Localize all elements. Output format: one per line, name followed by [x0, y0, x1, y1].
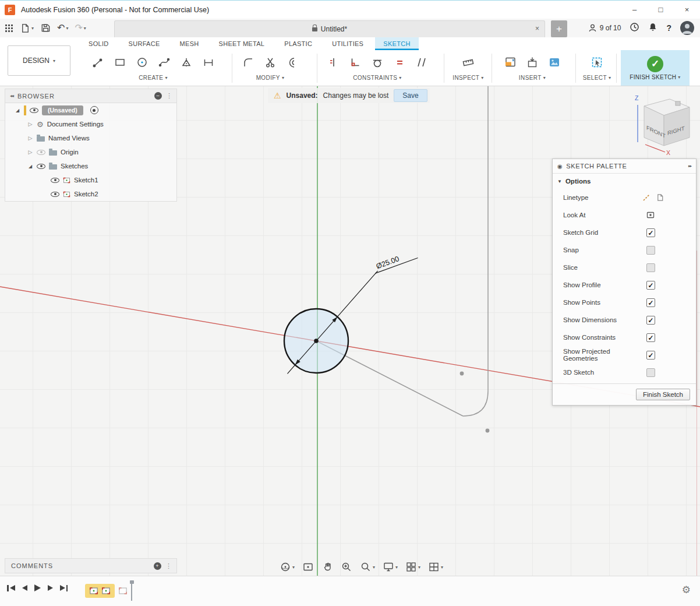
collapse-panel-icon[interactable]: ◂◂ — [10, 93, 13, 98]
tree-item-label[interactable]: Document Settings — [47, 121, 104, 128]
pan-tool[interactable] — [321, 561, 333, 573]
panel-drag-handle[interactable]: ⋮ — [165, 562, 172, 570]
timeline-step-back-button[interactable] — [22, 585, 27, 591]
fit-tool[interactable]: ▾ — [360, 561, 375, 573]
create-dropdown[interactable]: CREATE▾ — [139, 75, 168, 81]
constraint-coincident-icon[interactable] — [344, 52, 366, 72]
minimize-button[interactable]: – — [621, 1, 648, 19]
timeline-settings-gear-icon[interactable]: ⚙ — [682, 584, 691, 596]
tree-item-label[interactable]: Origin — [61, 149, 79, 156]
constraint-parallel-icon[interactable] — [411, 52, 433, 72]
tab-sketch[interactable]: SKETCH — [375, 37, 418, 50]
show-points-checkbox[interactable]: ✓ — [646, 298, 655, 307]
panel-drag-handle[interactable]: ⋮ — [166, 92, 173, 100]
tree-row-sketch2[interactable]: Sketch2 — [5, 187, 176, 201]
timeline-play-button[interactable] — [34, 584, 41, 591]
sketch-point[interactable] — [486, 429, 490, 433]
create-spline-icon[interactable] — [153, 52, 175, 72]
look-at-tool[interactable] — [302, 561, 314, 573]
create-rectangle-icon[interactable] — [109, 52, 131, 72]
timeline-sketch1-icon[interactable] — [89, 586, 98, 596]
origin-point[interactable] — [314, 339, 319, 343]
inspect-dropdown[interactable]: INSPECT▾ — [452, 75, 484, 81]
insert-dropdown[interactable]: INSERT▾ — [519, 75, 546, 81]
expander-icon[interactable]: ◢ — [15, 108, 20, 113]
linetype-construction-icon[interactable] — [642, 193, 651, 202]
constraint-equal-icon[interactable] — [388, 52, 411, 72]
visibility-eye-icon[interactable] — [30, 108, 38, 113]
tab-sheet-metal[interactable]: SHEET METAL — [211, 37, 273, 50]
tree-row-root[interactable]: ◢ (Unsaved) — [5, 103, 176, 117]
constraint-vertical-icon[interactable] — [322, 52, 344, 72]
select-dropdown[interactable]: SELECT▾ — [583, 75, 611, 81]
tree-row-named-views[interactable]: ▷ Named Views — [5, 131, 176, 145]
tab-surface[interactable]: SURFACE — [121, 37, 168, 50]
tree-row-document-settings[interactable]: ▷ ⚙ Document Settings — [5, 117, 176, 131]
close-button[interactable]: × — [674, 1, 700, 19]
look-at-icon[interactable] — [646, 210, 655, 220]
timeline-playhead[interactable] — [131, 581, 132, 601]
app-grid-icon[interactable] — [5, 24, 13, 33]
notifications-bell-icon[interactable] — [648, 22, 657, 34]
sketch-grid-checkbox[interactable]: ✓ — [646, 228, 655, 237]
display-settings-tool[interactable]: ▾ — [383, 561, 398, 573]
tree-item-label[interactable]: Named Views — [48, 135, 90, 142]
insert-canvas-image-icon[interactable] — [543, 52, 565, 72]
save-document-button[interactable]: Save — [394, 89, 427, 102]
modify-dropdown[interactable]: MODIFY▾ — [256, 75, 285, 81]
root-document-label[interactable]: (Unsaved) — [42, 105, 83, 115]
timeline-skip-start-button[interactable] — [7, 585, 15, 591]
insert-derive-icon[interactable] — [521, 52, 543, 72]
tree-row-sketches[interactable]: ◢ Sketches — [5, 159, 176, 173]
dimension-label-group[interactable]: Ø25.00 — [372, 249, 418, 274]
slice-checkbox[interactable] — [646, 263, 655, 272]
linetype-reference-icon[interactable] — [656, 193, 664, 202]
options-section-header[interactable]: ▼ Options — [553, 174, 696, 189]
maximize-button[interactable]: □ — [648, 1, 674, 19]
grid-and-snaps-tool[interactable]: ▾ — [405, 561, 420, 573]
show-profile-checkbox[interactable]: ✓ — [646, 281, 655, 290]
redo-button[interactable]: ↷ ▾ — [75, 23, 86, 33]
tree-row-sketch1[interactable]: Sketch1 — [5, 173, 176, 187]
user-avatar[interactable] — [680, 21, 694, 35]
expander-icon[interactable]: ▷ — [27, 149, 33, 155]
finish-sketch-palette-button[interactable]: Finish Sketch — [636, 389, 690, 400]
create-mirror-icon[interactable] — [175, 52, 197, 72]
orbit-tool[interactable]: ▾ — [280, 561, 295, 573]
tree-row-origin[interactable]: ▷ Origin — [5, 145, 176, 159]
expander-icon[interactable]: ▷ — [27, 121, 33, 127]
modify-offset-icon[interactable] — [281, 52, 303, 72]
timeline-skip-end-button[interactable] — [60, 585, 68, 591]
workspace-selector[interactable]: DESIGN▾ — [8, 45, 70, 76]
create-line-icon[interactable] — [87, 52, 109, 72]
new-tab-button[interactable]: + — [551, 20, 567, 37]
palette-dock-icon[interactable]: ◉ — [557, 163, 563, 170]
viewports-tool[interactable]: ▾ — [428, 561, 443, 573]
timeline-pending-feature-icon[interactable] — [118, 586, 128, 596]
modify-trim-icon[interactable] — [259, 52, 281, 72]
collaboration-status[interactable]: 9 of 10 — [588, 23, 621, 33]
modify-fillet-icon[interactable] — [237, 52, 259, 72]
zoom-tool[interactable] — [341, 561, 352, 573]
create-circle-icon[interactable] — [131, 52, 153, 72]
show-constraints-checkbox[interactable]: ✓ — [646, 333, 655, 342]
expander-icon[interactable]: ▷ — [27, 135, 33, 141]
tab-plastic[interactable]: PLASTIC — [276, 37, 320, 50]
document-tab[interactable]: Untitled* × — [114, 20, 545, 37]
file-menu-button[interactable]: ▾ — [20, 23, 34, 34]
undo-button[interactable]: ↶ ▾ — [57, 23, 68, 33]
snap-checkbox[interactable] — [646, 246, 655, 255]
visibility-eye-off-icon[interactable] — [37, 150, 45, 155]
insert-svg-icon[interactable] — [499, 52, 521, 72]
tab-solid[interactable]: SOLID — [80, 37, 117, 50]
help-icon[interactable]: ? — [666, 23, 671, 33]
show-dimensions-checkbox[interactable]: ✓ — [646, 316, 655, 325]
select-tool-icon[interactable] — [586, 52, 608, 72]
tree-item-label[interactable]: Sketch1 — [74, 177, 98, 184]
tab-mesh[interactable]: MESH — [172, 37, 207, 50]
save-button[interactable] — [40, 23, 51, 33]
activate-radio-icon[interactable] — [90, 106, 98, 114]
tree-item-label[interactable]: Sketches — [61, 163, 88, 170]
tree-item-label[interactable]: Sketch2 — [74, 191, 98, 198]
tab-utilities[interactable]: UTILITIES — [324, 37, 372, 50]
